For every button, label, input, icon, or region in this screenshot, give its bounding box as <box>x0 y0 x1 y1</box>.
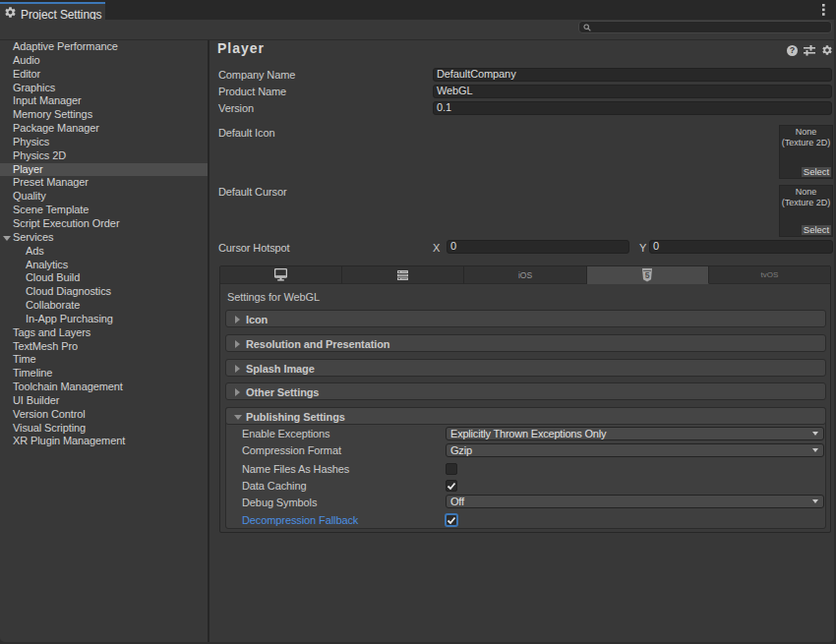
svg-text:5: 5 <box>645 270 650 280</box>
